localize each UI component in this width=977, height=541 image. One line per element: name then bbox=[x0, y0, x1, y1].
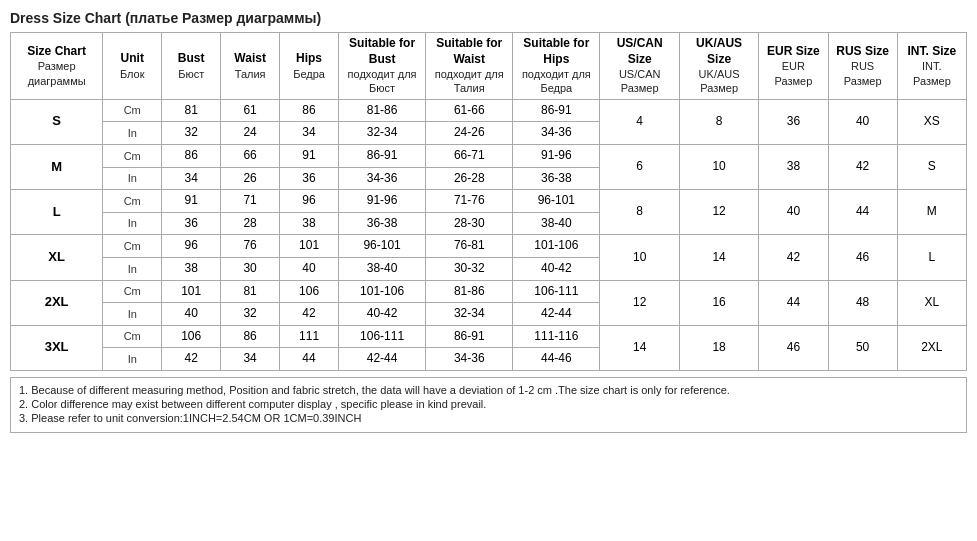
int-value: M bbox=[897, 190, 966, 235]
unit-cell: Cm bbox=[103, 190, 162, 213]
suit_bust-value: 101-106 bbox=[339, 280, 426, 303]
bust-value: 91 bbox=[162, 190, 221, 213]
ukaus-value: 12 bbox=[679, 190, 758, 235]
size-label: S bbox=[11, 99, 103, 144]
header-suit-waist: Suitable for Waist подходит для Талия bbox=[426, 33, 513, 100]
note-item: 3. Please refer to unit conversion:1INCH… bbox=[19, 412, 958, 424]
suit_hips-value: 91-96 bbox=[513, 144, 600, 167]
suit_bust-value: 42-44 bbox=[339, 348, 426, 371]
suit_bust-value: 40-42 bbox=[339, 303, 426, 326]
suit_waist-value: 86-91 bbox=[426, 325, 513, 348]
suit_bust-value: 38-40 bbox=[339, 257, 426, 280]
table-row: 2XLCm10181106101-10681-86106-11112164448… bbox=[11, 280, 967, 303]
header-ukaus: UK/AUS Size UK/AUS Размер bbox=[679, 33, 758, 100]
bust-value: 81 bbox=[162, 99, 221, 122]
ukaus-value: 18 bbox=[679, 325, 758, 370]
suit_waist-value: 32-34 bbox=[426, 303, 513, 326]
hips-value: 91 bbox=[280, 144, 339, 167]
suit_hips-value: 101-106 bbox=[513, 235, 600, 258]
header-waist: Waist Талия bbox=[221, 33, 280, 100]
suit_waist-value: 61-66 bbox=[426, 99, 513, 122]
eur-value: 42 bbox=[759, 235, 828, 280]
unit-cell: In bbox=[103, 303, 162, 326]
ukaus-value: 10 bbox=[679, 144, 758, 189]
unit-cell: Cm bbox=[103, 280, 162, 303]
rus-value: 46 bbox=[828, 235, 897, 280]
header-int: INT. Size INT. Размер bbox=[897, 33, 966, 100]
bust-value: 96 bbox=[162, 235, 221, 258]
hips-value: 111 bbox=[280, 325, 339, 348]
suit_waist-value: 26-28 bbox=[426, 167, 513, 190]
unit-cell: Cm bbox=[103, 325, 162, 348]
eur-value: 46 bbox=[759, 325, 828, 370]
header-suit-hips: Suitable for Hips подходит для Бедра bbox=[513, 33, 600, 100]
suit_hips-value: 86-91 bbox=[513, 99, 600, 122]
size-label: 2XL bbox=[11, 280, 103, 325]
suit_waist-value: 71-76 bbox=[426, 190, 513, 213]
hips-value: 106 bbox=[280, 280, 339, 303]
waist-value: 61 bbox=[221, 99, 280, 122]
bust-value: 34 bbox=[162, 167, 221, 190]
hips-value: 38 bbox=[280, 212, 339, 235]
int-value: XS bbox=[897, 99, 966, 144]
int-value: L bbox=[897, 235, 966, 280]
ukaus-value: 8 bbox=[679, 99, 758, 144]
waist-value: 26 bbox=[221, 167, 280, 190]
header-size-chart: Size Chart Размер диаграммы bbox=[11, 33, 103, 100]
waist-value: 76 bbox=[221, 235, 280, 258]
suit_waist-value: 81-86 bbox=[426, 280, 513, 303]
suit_bust-value: 81-86 bbox=[339, 99, 426, 122]
suit_hips-value: 106-111 bbox=[513, 280, 600, 303]
hips-value: 101 bbox=[280, 235, 339, 258]
rus-value: 44 bbox=[828, 190, 897, 235]
bust-value: 106 bbox=[162, 325, 221, 348]
hips-value: 44 bbox=[280, 348, 339, 371]
suit_waist-value: 34-36 bbox=[426, 348, 513, 371]
suit_bust-value: 36-38 bbox=[339, 212, 426, 235]
table-row: 3XLCm10686111106-11186-91111-11614184650… bbox=[11, 325, 967, 348]
header-suit-bust: Suitable for Bust подходит для Бюст bbox=[339, 33, 426, 100]
unit-cell: Cm bbox=[103, 144, 162, 167]
unit-cell: In bbox=[103, 212, 162, 235]
eur-value: 36 bbox=[759, 99, 828, 144]
suit_waist-value: 76-81 bbox=[426, 235, 513, 258]
int-value: XL bbox=[897, 280, 966, 325]
rus-value: 50 bbox=[828, 325, 897, 370]
bust-value: 42 bbox=[162, 348, 221, 371]
hips-value: 96 bbox=[280, 190, 339, 213]
ukaus-value: 14 bbox=[679, 235, 758, 280]
suit_bust-value: 96-101 bbox=[339, 235, 426, 258]
suit_bust-value: 34-36 bbox=[339, 167, 426, 190]
note-item: 2. Color difference may exist between di… bbox=[19, 398, 958, 410]
header-rus: RUS Size RUS Размер bbox=[828, 33, 897, 100]
hips-value: 86 bbox=[280, 99, 339, 122]
bust-value: 86 bbox=[162, 144, 221, 167]
suit_hips-value: 111-116 bbox=[513, 325, 600, 348]
suit_hips-value: 38-40 bbox=[513, 212, 600, 235]
header-eur: EUR Size EUR Размер bbox=[759, 33, 828, 100]
unit-cell: In bbox=[103, 122, 162, 145]
suit_hips-value: 36-38 bbox=[513, 167, 600, 190]
unit-cell: Cm bbox=[103, 99, 162, 122]
suit_waist-value: 66-71 bbox=[426, 144, 513, 167]
suit_hips-value: 44-46 bbox=[513, 348, 600, 371]
bust-value: 101 bbox=[162, 280, 221, 303]
size-label: M bbox=[11, 144, 103, 189]
hips-value: 42 bbox=[280, 303, 339, 326]
table-row: LCm91719691-9671-7696-1018124044M bbox=[11, 190, 967, 213]
bust-value: 40 bbox=[162, 303, 221, 326]
header-unit: Unit Блок bbox=[103, 33, 162, 100]
page-title: Dress Size Chart (платье Размер диаграмм… bbox=[10, 10, 967, 26]
unit-cell: In bbox=[103, 167, 162, 190]
note-item: 1. Because of different measuring method… bbox=[19, 384, 958, 396]
header-hips: Hips Бедра bbox=[280, 33, 339, 100]
eur-value: 38 bbox=[759, 144, 828, 189]
suit_bust-value: 86-91 bbox=[339, 144, 426, 167]
waist-value: 81 bbox=[221, 280, 280, 303]
header-bust: Bust Бюст bbox=[162, 33, 221, 100]
rus-value: 40 bbox=[828, 99, 897, 144]
hips-value: 34 bbox=[280, 122, 339, 145]
size-chart-table: Size Chart Размер диаграммы Unit Блок Bu… bbox=[10, 32, 967, 371]
suit_bust-value: 32-34 bbox=[339, 122, 426, 145]
table-row: MCm86669186-9166-7191-966103842S bbox=[11, 144, 967, 167]
